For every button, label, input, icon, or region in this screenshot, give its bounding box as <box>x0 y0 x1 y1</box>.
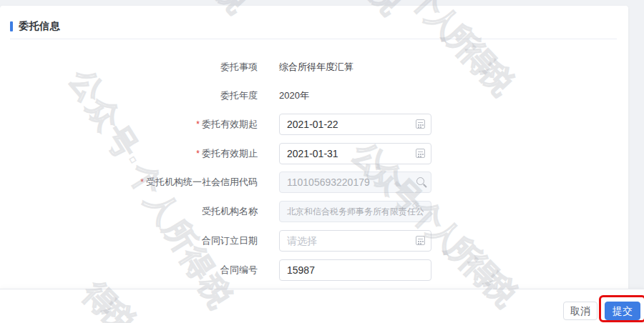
section-accent-bar <box>10 21 13 31</box>
delegation-info-card: 委托信息 委托事项 综合所得年度汇算 委托年度 2020年 *委托有效期起 *委… <box>0 6 628 289</box>
credit-code-input[interactable] <box>279 172 431 193</box>
form-row-valid-from: *委托有效期起 <box>0 114 628 135</box>
calendar-icon[interactable] <box>416 119 425 129</box>
required-mark: * <box>196 119 200 129</box>
field-label: *委托有效期止 <box>86 143 258 164</box>
field-value: 综合所得年度汇算 <box>279 56 353 78</box>
required-mark: * <box>196 149 200 159</box>
valid-to-date-input[interactable] <box>279 143 431 164</box>
submit-button[interactable]: 提交 <box>605 302 640 320</box>
contract-number-input[interactable] <box>279 259 431 281</box>
agency-name-input[interactable] <box>279 201 431 222</box>
field-value: 2020年 <box>279 85 309 106</box>
calendar-icon[interactable] <box>416 236 425 245</box>
field-label: 合同编号 <box>86 259 258 281</box>
form-row-contract-date: 合同订立日期 <box>0 230 628 252</box>
header-divider <box>10 39 617 39</box>
field-label: 委托事项 <box>86 56 258 78</box>
cancel-button[interactable]: 取消 <box>563 302 597 320</box>
form-row-contract-number: 合同编号 <box>0 259 628 281</box>
form-row-valid-to: *委托有效期止 <box>0 143 628 164</box>
field-label: 委托年度 <box>86 85 258 106</box>
delegation-info-page: 委托信息 委托事项 综合所得年度汇算 委托年度 2020年 *委托有效期起 *委… <box>0 0 644 323</box>
field-label: *委托有效期起 <box>86 114 258 135</box>
form-row-credit-code: *受托机构统一社会信用代码 <box>0 172 628 193</box>
form-row-delegation-year: 委托年度 2020年 <box>0 85 628 106</box>
field-label: *受托机构统一社会信用代码 <box>86 172 258 193</box>
required-mark: * <box>140 177 144 187</box>
valid-from-date-input[interactable] <box>279 114 431 135</box>
field-label: 合同订立日期 <box>86 230 258 252</box>
field-label: 受托机构名称 <box>86 201 258 222</box>
search-icon[interactable] <box>416 177 424 185</box>
form-row-agency-name: 受托机构名称 <box>0 201 628 222</box>
calendar-icon[interactable] <box>416 149 425 158</box>
contract-date-input[interactable] <box>279 230 431 252</box>
section-header: 委托信息 <box>10 21 60 32</box>
footer-action-bar: 取消 提交 <box>0 289 644 323</box>
section-title: 委托信息 <box>19 20 60 33</box>
form-row-delegation-matter: 委托事项 综合所得年度汇算 <box>0 56 628 78</box>
